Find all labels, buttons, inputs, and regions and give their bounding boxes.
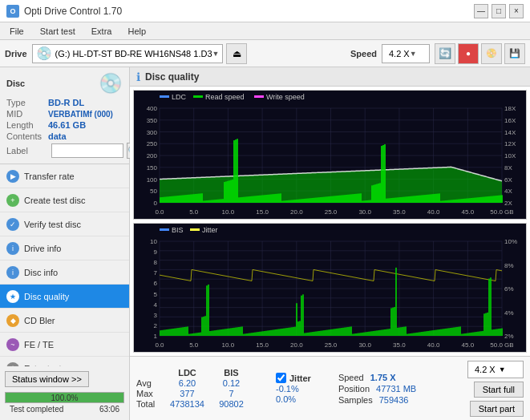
drive-dropdown[interactable]: 💿 (G:) HL-DT-ST BD-RE WH16NS48 1.D3 ▼: [32, 44, 224, 63]
minimize-button[interactable]: —: [474, 4, 488, 18]
disc-label-row: Label 🔍: [6, 143, 123, 159]
disc-panel-title: Disc: [6, 79, 25, 88]
charts-container: [130, 87, 530, 356]
bis-canvas: [134, 224, 526, 352]
start-part-button[interactable]: Start part: [470, 401, 524, 417]
content-area: ℹ Disc quality LDC BIS: [130, 67, 530, 420]
disc-type-row: Type BD-R DL: [6, 98, 123, 107]
refresh-button[interactable]: 🔄: [435, 43, 455, 64]
nav-create-test-disc-label: Create test disc: [24, 196, 85, 205]
nav-items: ▶ Transfer rate + Create test disc ✓ Ver…: [0, 164, 129, 366]
chart-header: ℹ Disc quality: [130, 67, 530, 87]
scan-button[interactable]: ●: [458, 43, 479, 64]
samples-label: Samples: [338, 395, 373, 405]
menu-file[interactable]: File: [6, 26, 27, 37]
start-full-button[interactable]: Start full: [474, 382, 524, 398]
chart-title-icon: ℹ: [136, 71, 140, 83]
menu-extra[interactable]: Extra: [88, 26, 115, 37]
nav-cd-bler[interactable]: ◆ CD Bler: [0, 309, 129, 333]
nav-verify-test-disc[interactable]: ✓ Verify test disc: [0, 212, 129, 236]
disc-type-key: Type: [6, 98, 48, 107]
max-row: Max 377 7: [136, 389, 253, 398]
disc-length-row: Length 46.61 GB: [6, 120, 123, 130]
nav-disc-quality[interactable]: ★ Disc quality: [0, 285, 129, 309]
maximize-button[interactable]: □: [492, 4, 506, 18]
chart-speed-dropdown[interactable]: 4.2 X ▼: [467, 361, 524, 378]
avg-ldc-val: 6.20: [165, 378, 209, 388]
disc-length-val: 46.61 GB: [48, 120, 86, 130]
jitter-checkbox[interactable]: [276, 373, 286, 383]
disc-panel: Disc 💿 Type BD-R DL MID VERBATIMf (000) …: [0, 67, 129, 164]
nav-create-test-disc[interactable]: + Create test disc: [0, 188, 129, 212]
nav-cd-bler-label: CD Bler: [24, 316, 55, 325]
disc-header: Disc 💿: [6, 72, 123, 95]
status-section: Status window >> 100.0% Test completed 6…: [0, 366, 129, 420]
main-layout: Disc 💿 Type BD-R DL MID VERBATIMf (000) …: [0, 67, 530, 420]
jitter-section: Jitter -0.1% 0.0%: [276, 373, 311, 404]
max-ldc-val: 377: [165, 389, 209, 398]
disc-length-key: Length: [6, 120, 48, 130]
menu-start-test[interactable]: Start test: [37, 26, 79, 37]
window-controls: — □ ×: [474, 4, 524, 18]
jitter-header: Jitter: [276, 373, 311, 383]
status-window-button[interactable]: Status window >>: [5, 371, 89, 387]
toolbar: Drive 💿 (G:) HL-DT-ST BD-RE WH16NS48 1.D…: [0, 40, 530, 67]
cd-bler-icon: ◆: [6, 314, 19, 327]
disc-mid-key: MID: [6, 109, 48, 119]
verify-test-disc-icon: ✓: [6, 218, 19, 231]
jitter-max-val: 0.0%: [276, 394, 296, 404]
media-button[interactable]: 📀: [481, 43, 502, 64]
ldc-chart: [133, 90, 527, 220]
speed-dropdown[interactable]: 4.2 X ▼: [382, 44, 430, 63]
jitter-avg-row: -0.1%: [276, 384, 311, 394]
nav-extra-tests[interactable]: ⚙ Extra tests: [0, 357, 129, 366]
status-completed-text: Test completed: [10, 405, 63, 414]
disc-contents-row: Contents data: [6, 131, 123, 141]
drive-dropdown-arrow: ▼: [212, 50, 220, 58]
position-val: 47731 MB: [376, 384, 416, 394]
disc-contents-val: data: [48, 131, 67, 141]
chart-speed-val: 4.2 X: [475, 365, 496, 374]
nav-disc-info-label: Disc info: [24, 268, 58, 277]
position-row: Position 47731 MB: [338, 384, 416, 394]
ldc-canvas: [134, 91, 526, 219]
progress-text: 100.0%: [6, 393, 123, 404]
start-buttons-section: 4.2 X ▼ Start full Start part: [467, 361, 524, 417]
drive-info-icon: i: [6, 242, 19, 255]
drive-label: Drive: [5, 49, 27, 59]
nav-drive-info-label: Drive info: [24, 244, 61, 253]
max-bis-val: 7: [209, 389, 253, 398]
chart-title: Disc quality: [145, 71, 199, 83]
speed-label: Speed: [350, 49, 377, 59]
jitter-max-row: 0.0%: [276, 394, 311, 404]
drive-select-area: 💿 (G:) HL-DT-ST BD-RE WH16NS48 1.D3 ▼ ⏏: [32, 43, 346, 64]
nav-fe-te[interactable]: ~ FE / TE: [0, 333, 129, 357]
disc-type-val: BD-R DL: [48, 98, 84, 107]
avg-label: Avg: [136, 378, 165, 388]
speed-stat-label: Speed: [338, 373, 364, 382]
menu-help[interactable]: Help: [124, 26, 149, 37]
total-ldc-val: 4738134: [165, 399, 209, 409]
app-icon: O: [6, 5, 19, 18]
nav-drive-info[interactable]: i Drive info: [0, 236, 129, 260]
close-button[interactable]: ×: [509, 4, 524, 18]
nav-disc-info[interactable]: i Disc info: [0, 260, 129, 285]
nav-fe-te-label: FE / TE: [24, 340, 54, 349]
stats-bar: LDC BIS Avg 6.20 0.12 Max 377 7 Total 47…: [130, 356, 530, 420]
save-button[interactable]: 💾: [504, 43, 525, 64]
title-bar: O Opti Drive Control 1.70 — □ ×: [0, 0, 530, 22]
samples-row: Samples 759436: [338, 395, 416, 405]
nav-verify-test-disc-label: Verify test disc: [24, 220, 81, 229]
total-row: Total 4738134 90802: [136, 399, 253, 409]
eject-button[interactable]: ⏏: [226, 43, 247, 64]
nav-disc-quality-label: Disc quality: [24, 292, 69, 301]
speed-row: Speed 1.75 X: [338, 373, 416, 382]
toolbar-action-icons: 🔄 ● 📀 💾: [435, 43, 525, 64]
jitter-avg-val: -0.1%: [276, 384, 299, 394]
jitter-label: Jitter: [289, 374, 311, 383]
avg-bis-val: 0.12: [209, 378, 253, 388]
nav-transfer-rate[interactable]: ▶ Transfer rate: [0, 164, 129, 188]
label-input[interactable]: [51, 143, 123, 158]
bis-col-header: BIS: [209, 368, 253, 378]
chart-speed-arrow: ▼: [499, 365, 506, 374]
